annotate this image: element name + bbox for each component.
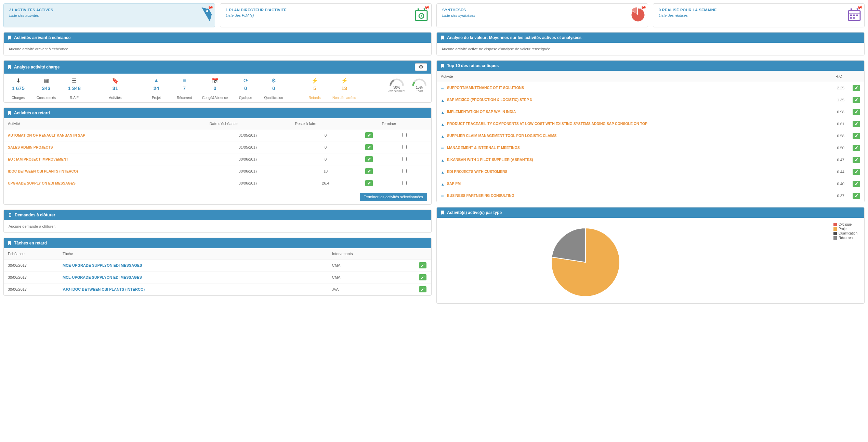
toggle-view-button[interactable] <box>415 63 427 71</box>
activity-link[interactable]: SUPPLIER CLAIM MANAGEMENT TOOL FOR LOGIS… <box>447 134 556 138</box>
top-card-subtitle: Liste des réalisés <box>659 13 859 17</box>
road-icon: ▲ <box>441 122 446 126</box>
activity-link[interactable]: UPGRADE SUPPLY ON EDI MESSAGES <box>8 181 76 185</box>
table-row: ≣BUSINESS PARTNERING CONSULTING 0.37 <box>437 190 864 202</box>
panel-echeance-title: Activités arrivant à échéance <box>14 35 70 40</box>
cell-rc: 0.44 <box>831 166 849 178</box>
edit-button[interactable] <box>365 168 373 174</box>
table-row: ▲SAP MEXICO (PRODUCTION & LOGISTIC) STEP… <box>437 94 864 106</box>
edit-button[interactable] <box>853 121 860 127</box>
stat-conge[interactable]: 📅0Congé&Absence <box>202 77 228 100</box>
bookmark-icon <box>441 64 444 68</box>
stat-cyclique[interactable]: ⟳0Cyclique <box>235 77 256 100</box>
edit-button[interactable] <box>853 145 860 151</box>
edit-button[interactable] <box>853 157 860 163</box>
activity-link[interactable]: SAP PM <box>447 181 461 186</box>
stat-qualification[interactable]: ⚙0Qualification <box>263 77 284 100</box>
edit-button[interactable] <box>853 109 860 115</box>
cell-rc: 0.50 <box>831 142 849 154</box>
pie-chart <box>543 221 628 300</box>
top-card-2[interactable]: 📌 SYNTHÈSES Liste des synthèses <box>436 3 648 27</box>
stat-retards[interactable]: ⚡5Retards <box>304 77 325 100</box>
top-card-0[interactable]: 📌 31 ACTIVITÉS ACTIVES Liste des activit… <box>3 3 215 27</box>
activity-link[interactable]: IMPLEMENTATION OF SAP WM IN INDIA <box>447 110 516 114</box>
stat-non-demarrees[interactable]: ⚡13Non démarrées <box>332 77 356 100</box>
activity-link[interactable]: IDOC BETWEEN CBI PLANTS (INTERCO) <box>8 169 78 173</box>
terminate-checkbox[interactable] <box>402 169 407 173</box>
activity-link[interactable]: EU : IAM PROJECT IMPROVEMENT <box>8 157 68 161</box>
panel-charge: Analyse activité charge ⬇1 675Charges ▦3… <box>3 60 432 103</box>
activity-link[interactable]: SALES ADMIN PROJECTS <box>8 145 53 149</box>
edit-button[interactable] <box>853 169 860 175</box>
stat-charges[interactable]: ⬇1 675Charges <box>8 77 28 100</box>
edit-button[interactable] <box>853 193 860 199</box>
edit-button[interactable] <box>365 180 373 186</box>
stat-activites[interactable]: 🔖31Activités <box>105 77 126 100</box>
table-row: 30/06/2017 MCL-UPGRADE SUPPLYON EDI MESS… <box>4 271 431 283</box>
edit-button[interactable] <box>365 132 373 138</box>
edit-button[interactable] <box>365 156 373 162</box>
edit-button[interactable] <box>853 97 860 103</box>
top-card-3[interactable]: 📌 0 RÉALISÉ POUR LA SEMAINE Liste des ré… <box>653 3 865 27</box>
edit-button[interactable] <box>853 133 860 139</box>
cell-rc: 0.37 <box>831 190 849 202</box>
panel-cloturer-header: Demandes à clôturer <box>4 210 431 220</box>
legend-item[interactable]: Cyclique <box>833 223 857 226</box>
cell-intervenants: JVA <box>328 283 414 295</box>
stat-projet[interactable]: ▲24Projet <box>146 77 167 100</box>
edit-button[interactable] <box>419 274 426 280</box>
activity-link[interactable]: MANAGEMENT & INTERNAL IT MEETINGS <box>447 146 520 150</box>
cell-rc: 1.35 <box>831 94 849 106</box>
table-row: ▲E.KANBAN WITH 1 PILOT SUPPLIER (ABRANTE… <box>437 154 864 166</box>
road-icon: ▲ <box>441 158 446 162</box>
stat-consommes[interactable]: ▦343Consommés <box>36 77 56 100</box>
top-card-1[interactable]: 📌 1 PLAN DIRECTEUR D'ACTIVITÉ Liste des … <box>220 3 432 27</box>
table-row: IDOC BETWEEN CBI PLANTS (INTERCO) 30/06/… <box>4 165 431 177</box>
legend-swatch <box>833 232 837 235</box>
legend-swatch <box>833 227 837 231</box>
legend-item[interactable]: Qualification <box>833 231 857 235</box>
activity-link[interactable]: EDI PROJECTS WITH CUSTOMERS <box>447 169 508 174</box>
terminate-selected-button[interactable]: Terminer les activités sélectionnées <box>360 193 427 201</box>
road-icon: ▲ <box>441 134 446 138</box>
task-link[interactable]: MCL-UPGRADE SUPPLYON EDI MESSAGES <box>63 275 142 279</box>
terminate-checkbox[interactable] <box>402 145 407 149</box>
activity-link[interactable]: PRODUCT TRACEABILITY COMPONENTS AT LOW C… <box>447 122 647 126</box>
terminate-checkbox[interactable] <box>402 181 407 185</box>
panel-echeance-header: Activités arrivant à échéance <box>4 33 431 43</box>
activity-link[interactable]: SUPPORT/MAINTENANCE OF IT SOLUTIONS <box>447 86 524 90</box>
cell-rc: 0.61 <box>831 118 849 130</box>
download-icon: ⬇ <box>8 77 28 84</box>
svg-point-0 <box>206 10 208 12</box>
edit-button[interactable] <box>419 286 426 292</box>
task-link[interactable]: MCE-UPGRADE SUPPLYON EDI MESSAGES <box>63 263 142 267</box>
activity-link[interactable]: SAP MEXICO (PRODUCTION & LOGISTIC) STEP … <box>447 98 532 102</box>
bookmark-icon <box>8 36 11 40</box>
edit-button[interactable] <box>853 85 860 91</box>
cell-rc: 0.40 <box>831 178 849 190</box>
edit-button[interactable] <box>365 144 373 150</box>
bars-icon: ≣ <box>441 86 446 90</box>
activity-link[interactable]: BUSINESS PARTNERING CONSULTING <box>447 193 514 198</box>
stat-recurrent[interactable]: ≡7Récurrent <box>174 77 195 100</box>
terminate-checkbox[interactable] <box>402 157 407 161</box>
edit-button[interactable] <box>853 181 860 187</box>
activity-link[interactable]: AUTOMATION OF RENAULT KANBAN IN SAP <box>8 133 85 137</box>
legend-item[interactable]: Récurrent <box>833 236 857 240</box>
cell-intervenants: CMA <box>328 260 414 271</box>
calendar-icon: 📅 <box>202 77 228 84</box>
activity-link[interactable]: E.KANBAN WITH 1 PILOT SUPPLIER (ABRANTES… <box>447 157 533 162</box>
edit-button[interactable] <box>419 262 426 268</box>
bars-icon: ≣ <box>441 194 446 198</box>
col-terminer: Terminer <box>378 118 431 129</box>
panel-charge-title: Analyse activité charge <box>14 65 60 70</box>
pie-slice-récurrent[interactable] <box>552 228 586 262</box>
terminate-checkbox[interactable] <box>402 133 407 137</box>
legend-item[interactable]: Projet <box>833 227 857 231</box>
col-tache-name: Tâche <box>58 248 328 260</box>
stat-raf[interactable]: ☰1 348R.A.F <box>64 77 84 100</box>
cell-date: 30/06/2017 <box>205 177 291 189</box>
col-tache-intervenants: Intervenants <box>328 248 414 260</box>
task-link[interactable]: VJO-IDOC BETWEEN CBI PLANTS (INTERCO) <box>63 287 145 291</box>
table-row: 30/06/2017 MCE-UPGRADE SUPPLYON EDI MESS… <box>4 260 431 271</box>
